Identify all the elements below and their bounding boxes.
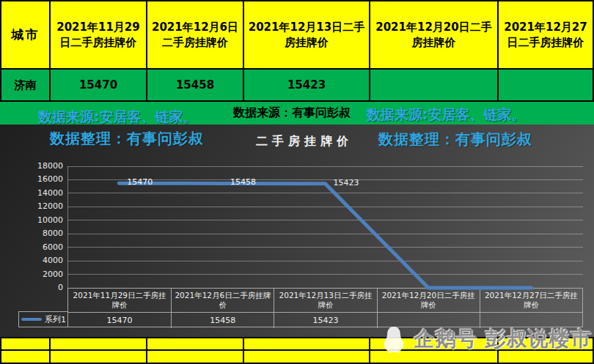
gridline [67, 247, 583, 248]
y-axis-line [67, 166, 68, 288]
col-header-date-4: 2021年12月20日二手房挂牌价 [370, 1, 497, 68]
data-point-label: 15423 [334, 178, 359, 187]
y-tick-label: 16000 [12, 174, 63, 184]
data-curation-left-note: 数据整理：有事问彭叔 [50, 129, 204, 149]
empty-cell [147, 338, 243, 349]
price-table: 城市 2021年11月29日二手房挂牌价 2021年12月6日二手房挂牌价 20… [0, 0, 594, 102]
gridline [67, 274, 583, 275]
col-header-date-5: 2021年12月27日二手房挂牌价 [499, 1, 593, 68]
empty-cell [1, 351, 49, 363]
data-source-center-note: 数据来源：有事问彭叔 [233, 105, 351, 121]
gridline [67, 193, 583, 193]
chart-legend: 系列1 [18, 311, 67, 327]
price-cell-2: 15458 [147, 70, 243, 100]
col-header-date-2: 2021年12月6日二手房挂牌价 [147, 1, 243, 68]
gridline [67, 234, 583, 234]
y-tick-label: 0 [12, 283, 63, 292]
col-header-date-1: 2021年11月29日二手房挂牌价 [51, 1, 146, 68]
chart-val-2: 15458 [171, 312, 274, 328]
y-tick-label: 6000 [12, 242, 63, 252]
empty-cell [244, 338, 369, 349]
watermark-text: 企鹅号 彭叔说楼市 [414, 325, 592, 353]
line-chart: 二手房挂牌价 020004000600080001000012000140001… [0, 125, 594, 337]
y-tick-label: 4000 [12, 256, 63, 265]
chart-val-3: 15423 [274, 312, 376, 328]
y-tick-label: 12000 [12, 201, 63, 211]
series-legend-label: 系列1 [45, 314, 66, 325]
price-cell-5 [499, 70, 593, 100]
screenshot-root: 城市 2021年11月29日二手房挂牌价 2021年12月6日二手房挂牌价 20… [0, 0, 594, 364]
col-header-city: 城市 [1, 1, 49, 68]
chart-cat-4: 2021年12月20日二手房挂牌价 [377, 289, 480, 312]
chart-cat-1: 2021年11月29日二手房挂牌价 [68, 289, 171, 312]
chart-data-table: 2021年11月29日二手房挂牌价 2021年12月6日二手房挂牌价 2021年… [67, 288, 583, 327]
price-cell-3: 15423 [244, 70, 369, 100]
city-name-cell: 济南 [1, 70, 49, 100]
data-curation-right-note: 数据整理：有事问彭叔 [378, 130, 532, 149]
chart-val-1: 15470 [68, 312, 171, 328]
data-source-right-note: 数据来源:安居客、链家。 [367, 105, 526, 125]
y-tick-label: 10000 [12, 215, 63, 225]
chart-cat-5: 2021年12月27日二手房挂牌价 [480, 289, 582, 312]
empty-cell [1, 338, 49, 349]
col-header-date-3: 2021年12月13日二手房挂牌价 [244, 1, 369, 68]
data-source-left-note: 数据来源:安居客、链家。 [38, 108, 197, 127]
empty-cell [147, 351, 243, 363]
series-line-swatch [21, 318, 42, 321]
empty-cell [51, 338, 146, 349]
chart-cat-3: 2021年12月13日二手房挂牌价 [274, 289, 376, 312]
y-tick-label: 8000 [12, 229, 63, 238]
empty-cell [244, 351, 369, 363]
y-tick-label: 2000 [12, 270, 63, 279]
watermark: 企鹅号 彭叔说楼市 [381, 325, 592, 353]
gridline [67, 207, 583, 207]
gridline [67, 220, 583, 220]
data-point-label: 15470 [127, 177, 153, 187]
penguin-icon [381, 325, 406, 353]
empty-cell [51, 351, 146, 363]
chart-cat-2: 2021年12月6日二手房挂牌价 [171, 289, 274, 312]
chart-title: 二手房挂牌价 [220, 134, 389, 149]
gridline [67, 261, 583, 261]
price-cell-4 [370, 70, 497, 100]
gridline [67, 166, 583, 167]
price-cell-1: 15470 [51, 70, 146, 100]
y-tick-label: 14000 [12, 188, 63, 198]
data-point-label: 15458 [230, 177, 256, 187]
y-tick-label: 18000 [12, 161, 63, 171]
